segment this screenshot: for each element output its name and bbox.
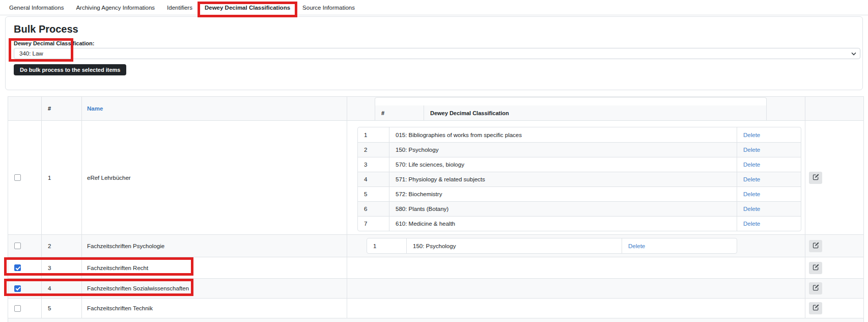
edit-row-button[interactable]	[809, 240, 822, 252]
nested-row-label: 150: Psychology	[389, 143, 737, 157]
edit-row-button[interactable]	[809, 282, 822, 294]
nested-header-top-strip	[375, 97, 767, 105]
nested-row-number: 1	[367, 238, 407, 253]
tab-source-informations[interactable]: Source Informations	[296, 5, 361, 11]
ddc-select-label: Dewey Decimal Classification:	[14, 40, 860, 47]
table-row: 2 Fachzeitschriften Psychologie 1 150: P…	[8, 234, 863, 257]
ddc-select-field: Dewey Decimal Classification: 340: Law	[14, 40, 860, 59]
row-checkbox[interactable]	[14, 264, 21, 271]
nested-header-row: # Dewey Decimal Classification	[375, 105, 805, 120]
edit-row-button[interactable]	[809, 262, 822, 274]
nested-row-number: 6	[358, 202, 389, 216]
delete-link[interactable]: Delete	[743, 162, 760, 168]
nested-row-label: 580: Plants (Botany)	[389, 202, 737, 216]
delete-link[interactable]: Delete	[743, 132, 760, 138]
nested-row-number: 3	[358, 157, 389, 172]
nested-row: 5 572: Biochemistry Delete	[358, 186, 801, 201]
delete-link[interactable]: Delete	[628, 243, 645, 249]
nested-row-label: 015: Bibliographies of works from specif…	[389, 127, 737, 142]
edit-pencil-square-icon	[813, 174, 819, 182]
nested-row-label: 572: Biochemistry	[389, 187, 737, 201]
nested-row-number: 4	[358, 172, 389, 186]
delete-link[interactable]: Delete	[743, 221, 760, 227]
tab-label: Dewey Decimal Classifications	[205, 5, 290, 11]
table-header-row: # Name # Dewey Decimal Classification	[8, 97, 863, 120]
ddc-select[interactable]: 340: Law	[14, 48, 860, 59]
nested-row: 1 015: Bibliographies of works from spec…	[358, 127, 801, 142]
row-number: 5	[42, 299, 82, 318]
nested-row-number: 1	[358, 127, 389, 142]
table-row: 4 Fachzeitschriften Sozialwissenschaften	[8, 278, 863, 298]
bulk-process-title: Bulk Process	[14, 23, 860, 35]
edit-pencil-square-icon	[813, 304, 819, 312]
nested-row: 3 570: Life sciences, biology Delete	[358, 157, 801, 172]
nested-header-table: # Dewey Decimal Classification	[375, 97, 805, 120]
tab-archiving-agency-informations[interactable]: Archiving Agency Informations	[70, 5, 161, 11]
row-checkbox[interactable]	[14, 305, 21, 312]
row-checkbox[interactable]	[14, 243, 21, 249]
header-checkbox-cell	[8, 97, 42, 120]
nested-ddc-table: 1 015: Bibliographies of works from spec…	[357, 127, 801, 231]
edit-row-button[interactable]	[809, 302, 822, 314]
row-number: 3	[42, 257, 82, 278]
row-number: 1	[42, 121, 82, 234]
delete-link[interactable]: Delete	[743, 176, 760, 182]
row-checkbox[interactable]	[14, 285, 21, 292]
delete-link[interactable]: Delete	[743, 191, 760, 197]
row-name: Fachzeitschriften Recht	[82, 257, 347, 278]
nested-row-number: 5	[358, 187, 389, 201]
row-checkbox[interactable]	[14, 174, 21, 181]
row-number: 2	[42, 235, 82, 257]
delete-link[interactable]: Delete	[743, 206, 760, 212]
edit-pencil-square-icon	[813, 284, 819, 292]
nested-row: 7 610: Medicine & health Delete	[358, 216, 801, 231]
header-name: Name	[82, 97, 347, 120]
tab-bar: General Informations Archiving Agency In…	[0, 0, 868, 15]
nested-row: 1 150: Psychology Delete	[367, 238, 737, 253]
nested-row-label: 571: Physiology & related subjects	[389, 172, 737, 186]
header-action-cell	[805, 97, 863, 120]
row-number: 4	[42, 279, 82, 298]
nested-header-num: #	[375, 105, 424, 120]
tab-identifiers[interactable]: Identifiers	[161, 5, 199, 11]
tab-dewey-decimal-classifications[interactable]: Dewey Decimal Classifications	[199, 5, 296, 11]
nested-row-label: 610: Medicine & health	[389, 217, 737, 231]
table-row: 3 Fachzeitschriften Recht	[8, 257, 863, 278]
nested-row-label: 570: Life sciences, biology	[389, 157, 737, 172]
nested-row: 6 580: Plants (Botany) Delete	[358, 201, 801, 216]
header-num: #	[42, 97, 82, 120]
nested-header-ddc-title: Dewey Decimal Classification	[424, 105, 767, 120]
table-row-cutoff	[8, 318, 863, 322]
nested-row: 2 150: Psychology Delete	[358, 142, 801, 157]
edit-pencil-square-icon	[813, 264, 819, 272]
edit-row-button[interactable]	[809, 172, 822, 184]
nested-ddc-table: 1 150: Psychology Delete	[367, 238, 737, 254]
name-sort-link[interactable]: Name	[87, 105, 103, 112]
bulk-process-button[interactable]: Do bulk process to the selected items	[14, 64, 126, 75]
nested-row: 4 571: Physiology & related subjects Del…	[358, 172, 801, 186]
edit-pencil-square-icon	[813, 242, 819, 250]
classification-table: # Name # Dewey Decimal Classification 1 …	[8, 96, 864, 322]
row-name: Fachzeitschriften Technik	[82, 299, 347, 318]
table-row: 5 Fachzeitschriften Technik	[8, 298, 863, 318]
tab-general-informations[interactable]: General Informations	[3, 5, 70, 11]
nested-row-number: 7	[358, 217, 389, 231]
delete-link[interactable]: Delete	[743, 147, 760, 153]
nested-row-label: 150: Psychology	[407, 238, 622, 253]
row-name: eRef Lehrbücher	[82, 121, 347, 234]
row-name: Fachzeitschriften Sozialwissenschaften	[82, 279, 347, 298]
bulk-process-panel: Bulk Process Dewey Decimal Classificatio…	[5, 16, 863, 90]
row-name: Fachzeitschriften Psychologie	[82, 235, 347, 257]
nested-row-number: 2	[358, 143, 389, 157]
nested-header-action-cell	[767, 105, 805, 120]
header-ddc-cell: # Dewey Decimal Classification	[347, 97, 805, 120]
table-row: 1 eRef Lehrbücher 1 015: Bibliographies …	[8, 120, 863, 234]
